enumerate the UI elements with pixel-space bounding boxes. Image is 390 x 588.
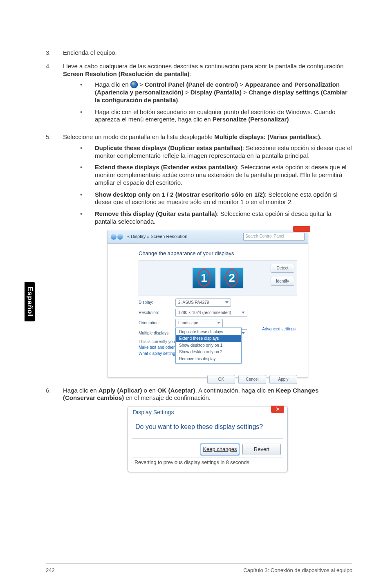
window-titlebar: « Display » Screen Resolution Search Con… <box>108 230 308 244</box>
sep: > <box>184 89 191 96</box>
window-close-button[interactable] <box>293 226 310 232</box>
substep-5a: •Duplicate these displays (Duplicar esta… <box>80 144 352 160</box>
sep: > <box>138 81 145 88</box>
text: en el mensaje de confirmación. <box>124 394 211 401</box>
bold: Extend these displays (Extender estas pa… <box>95 164 237 171</box>
step-tail: : <box>189 70 191 77</box>
menu-item-remove[interactable]: Remove this display <box>176 356 241 363</box>
display-settings-dialog: ✕ Display Settings Do you want to keep t… <box>128 406 288 472</box>
display-label: Display: <box>139 300 175 305</box>
page-number: 242 <box>46 567 55 573</box>
bold: Display (Pantalla) <box>191 89 242 96</box>
dialog-title: Display Settings <box>128 406 287 419</box>
revert-button[interactable]: Revert <box>242 444 281 455</box>
menu-item-duplicate[interactable]: Duplicate these displays <box>176 329 241 336</box>
orientation-label: Orientation: <box>139 321 175 326</box>
bullet: • <box>80 144 95 160</box>
resolution-label: Resolution: <box>139 310 175 316</box>
display-dropdown[interactable]: 2. ASUS PA4279 <box>175 298 231 307</box>
step-text: Encienda el equipo. <box>63 49 352 57</box>
advanced-settings-link[interactable]: Advanced settings <box>262 327 296 332</box>
step-bold: Screen Resolution (Resolución de pantall… <box>63 70 189 77</box>
breadcrumb[interactable]: « Display » Screen Resolution <box>127 234 187 240</box>
monitor-number: 1 <box>201 271 207 285</box>
text: Haga clic en <box>63 387 99 394</box>
footer-rule <box>46 563 352 564</box>
substep-4a: • Haga clic en > Control Panel (Panel de… <box>80 81 352 104</box>
page-content: 3. Encienda el equipo. 4. Lleve a cabo c… <box>0 0 390 472</box>
end: . <box>178 97 179 103</box>
search-input[interactable]: Search Control Panel <box>243 233 305 241</box>
substep-4b: • Haga clic con el botón secundario en c… <box>80 108 352 124</box>
identify-button[interactable]: Identify <box>271 277 294 286</box>
text: Seleccione un modo de pantalla en la lis… <box>63 133 214 140</box>
start-orb-icon <box>130 81 138 88</box>
substep-5b: •Extend these displays (Extender estas p… <box>80 164 352 186</box>
bold: Multiple displays: (Varias pantallas:). <box>214 133 322 140</box>
orientation-dropdown[interactable]: Landscape <box>175 319 223 327</box>
sep: > <box>238 81 245 88</box>
substep-5c: •Show desktop only on 1 / 2 (Mostrar esc… <box>80 191 352 206</box>
apply-button[interactable]: Apply <box>269 375 297 384</box>
panel-heading: Change the appearance of your displays <box>139 250 297 257</box>
dialog-question: Do you want to keep these display settin… <box>128 419 287 438</box>
bullet: • <box>80 81 95 104</box>
button-label: Keep changes <box>203 446 237 453</box>
step-number: 5. <box>46 133 63 378</box>
bullet: • <box>80 191 95 206</box>
monitor-2[interactable]: 2 <box>220 267 244 289</box>
screen-resolution-window: « Display » Screen Resolution Search Con… <box>107 230 308 378</box>
step-text: Lleve a cabo cualquiera de las acciones … <box>63 63 343 70</box>
monitor-preview-area[interactable]: 1 2 Detect Identify <box>139 260 297 296</box>
text: Haga clic en <box>95 81 130 88</box>
bold: Personalize (Personalizar) <box>213 116 289 123</box>
step-4: 4. Lleve a cabo cualquiera de las accion… <box>46 63 352 128</box>
bold: Remove this display (Quitar esta pantall… <box>95 210 217 217</box>
chapter-title: Capítulo 3: Conexión de dispositivos al … <box>243 567 352 573</box>
sep: > <box>242 89 249 96</box>
menu-item-only-2[interactable]: Show desktop only on 2 <box>176 349 241 356</box>
step-number: 3. <box>46 49 63 57</box>
resolution-dropdown[interactable]: 1280 × 1024 (recommended) <box>175 309 247 317</box>
multiple-displays-label: Multiple displays: <box>139 331 175 336</box>
keep-changes-button[interactable]: Keep changes <box>201 444 239 455</box>
nav-forward-icon[interactable] <box>117 234 123 240</box>
bullet: • <box>80 164 95 186</box>
bold: Control Panel (Panel de control) <box>145 81 238 88</box>
bold: Duplicate these displays (Duplicar estas… <box>95 144 242 151</box>
step-number: 6. <box>46 387 63 472</box>
menu-item-extend[interactable]: Extend these displays <box>176 335 241 342</box>
page-footer: 242 Capítulo 3: Conexión de dispositivos… <box>0 563 390 573</box>
dialog-countdown: Reverting to previous display settings i… <box>128 458 287 468</box>
monitor-number: 2 <box>229 271 235 285</box>
step-number: 4. <box>46 63 63 128</box>
step-3: 3. Encienda el equipo. <box>46 49 352 57</box>
bullet: • <box>80 210 95 226</box>
monitor-1[interactable]: 1 <box>192 267 216 289</box>
step-5: 5. Seleccione un modo de pantalla en la … <box>46 133 352 378</box>
bullet: • <box>80 108 95 124</box>
menu-item-only-1[interactable]: Show desktop only on 1 <box>176 342 241 349</box>
nav-back-icon[interactable] <box>111 234 117 240</box>
ok-button[interactable]: OK <box>207 375 235 384</box>
detect-button[interactable]: Detect <box>271 264 294 273</box>
bold: Show desktop only on 1 / 2 (Mostrar escr… <box>95 191 265 198</box>
substep-5d: •Remove this display (Quitar esta pantal… <box>80 210 352 226</box>
multiple-displays-menu[interactable]: Duplicate these displays Extend these di… <box>175 328 242 364</box>
step-6: 6. Haga clic en Apply (Aplicar) o en OK … <box>46 387 352 472</box>
cancel-button[interactable]: Cancel <box>238 375 266 384</box>
dialog-close-button[interactable]: ✕ <box>271 406 284 413</box>
